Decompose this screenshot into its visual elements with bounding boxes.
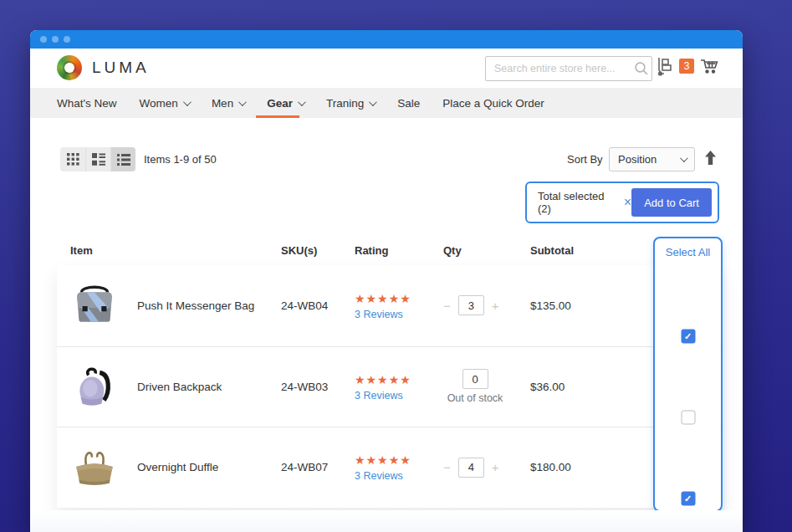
star-rating-icon: ★★★★★ (355, 373, 411, 386)
nav-item-men[interactable]: Men (212, 97, 244, 110)
product-name[interactable]: Push It Messenger Bag (137, 299, 281, 312)
table-row: Overnight Duffle 24-WB07 ★★★★★ 3 Reviews… (57, 427, 723, 508)
total-selected-label: Total selected (2) (538, 190, 620, 215)
window-titlebar (30, 30, 743, 49)
sort-by-label: Sort By (567, 153, 603, 166)
column-header-qty: Qty (443, 244, 530, 257)
listing-toolbar: Items 1-9 of 50 Sort By Position (30, 147, 743, 172)
product-sku: 24-WB03 (281, 381, 355, 393)
chevron-down-icon (369, 98, 377, 106)
table-row: Push It Messenger Bag 24-WB04 ★★★★★ 3 Re… (57, 265, 723, 346)
clear-selection-icon[interactable]: × (624, 196, 631, 209)
nav-item-whats-new[interactable]: What's New (57, 97, 117, 110)
subtotal-value: $180.00 (530, 461, 639, 473)
product-sku: 24-WB07 (281, 461, 355, 473)
items-count: Items 1-9 of 50 (144, 153, 217, 166)
product-name[interactable]: Driven Backpack (137, 381, 281, 393)
qty-increment-button[interactable]: + (492, 460, 499, 474)
star-rating-icon: ★★★★★ (355, 292, 411, 305)
qty-decrement-button[interactable]: − (443, 460, 451, 474)
store-logo[interactable]: LUMA (57, 55, 150, 80)
nav-item-quick-order[interactable]: Place a Quick Order (442, 97, 544, 110)
reviews-link[interactable]: 3 Reviews (355, 309, 443, 320)
table-header-row: Item SKU(s) Rating Qty Subtotal (57, 244, 723, 257)
subtotal-value: $36.00 (530, 381, 639, 393)
window-control-dot[interactable] (40, 36, 47, 43)
table-row: Driven Backpack 24-WB03 ★★★★★ 3 Reviews … (57, 346, 723, 427)
luma-logo-icon (57, 55, 82, 80)
qty-increment-button[interactable]: + (492, 299, 499, 313)
chevron-down-icon (298, 98, 306, 106)
search-box (485, 56, 652, 81)
qty-stepper: − + (443, 458, 530, 478)
select-all-link[interactable]: Select All (655, 246, 721, 258)
page-bottom (30, 510, 743, 532)
chevron-down-icon (680, 154, 688, 162)
sort-by-select[interactable]: Position (609, 147, 695, 171)
nav-item-traning[interactable]: Traning (326, 97, 375, 110)
nav-item-gear[interactable]: Gear (267, 97, 304, 110)
row-checkbox[interactable] (681, 330, 695, 344)
product-rating: ★★★★★ 3 Reviews (355, 453, 443, 482)
column-header-subtotal: Subtotal (530, 244, 639, 257)
column-header-rating: Rating (355, 244, 443, 257)
product-image-messenger-bag[interactable] (70, 281, 137, 330)
sort-by-value: Position (618, 153, 657, 166)
stock-status: Out of stock (447, 392, 503, 404)
cart-count-badge: 3 (679, 59, 694, 74)
qty-stepper: − + (443, 295, 530, 315)
product-image-backpack[interactable] (70, 362, 137, 411)
reviews-link[interactable]: 3 Reviews (355, 470, 443, 482)
product-table: Push It Messenger Bag 24-WB04 ★★★★★ 3 Re… (57, 265, 723, 508)
list-view-icon[interactable] (110, 147, 135, 171)
subtotal-value: $135.00 (530, 299, 639, 312)
sort-direction-asc-icon[interactable] (704, 151, 717, 166)
product-name[interactable]: Overnight Duffle (137, 461, 281, 473)
chevron-down-icon (238, 98, 247, 106)
product-sku: 24-WB04 (281, 299, 355, 312)
qty-input[interactable] (458, 458, 484, 478)
product-rating: ★★★★★ 3 Reviews (355, 372, 443, 402)
selection-bar: Total selected (2) × Add to Cart (525, 182, 719, 223)
star-rating-icon: ★★★★★ (355, 453, 411, 467)
search-icon[interactable] (634, 61, 649, 76)
logo-text: LUMA (92, 59, 150, 77)
add-to-cart-button[interactable]: Add to Cart (631, 188, 712, 217)
main-navigation: What's New Women Men Gear Traning Sale P… (30, 88, 743, 118)
quick-order-icon[interactable] (656, 56, 674, 76)
window-control-dot[interactable] (52, 36, 59, 43)
qty-stepper: Out of stock (443, 369, 530, 404)
cart-icon[interactable] (699, 56, 719, 76)
reviews-link[interactable]: 3 Reviews (355, 390, 443, 402)
browser-window: LUMA 3 (30, 30, 743, 532)
search-input[interactable] (486, 63, 634, 74)
active-tab-underline (256, 115, 299, 118)
qty-input[interactable] (462, 369, 488, 389)
site-header: LUMA 3 (30, 49, 743, 88)
product-rating: ★★★★★ 3 Reviews (355, 291, 443, 320)
column-header-item: Item (70, 244, 137, 257)
window-control-dot[interactable] (64, 36, 70, 43)
row-checkbox[interactable] (681, 411, 695, 425)
qty-input[interactable] (458, 295, 484, 315)
product-image-duffle[interactable] (70, 443, 137, 492)
chevron-down-icon (183, 98, 192, 106)
view-mode-switcher (60, 147, 135, 171)
column-header-sku: SKU(s) (281, 244, 355, 257)
select-all-column: Select All (653, 237, 723, 512)
nav-item-women[interactable]: Women (140, 97, 189, 110)
nav-item-sale[interactable]: Sale (397, 97, 420, 110)
row-checkbox[interactable] (681, 492, 695, 506)
qty-decrement-button[interactable]: − (443, 299, 451, 313)
grid-list-view-icon[interactable] (85, 147, 110, 171)
grid-view-icon[interactable] (60, 147, 85, 171)
